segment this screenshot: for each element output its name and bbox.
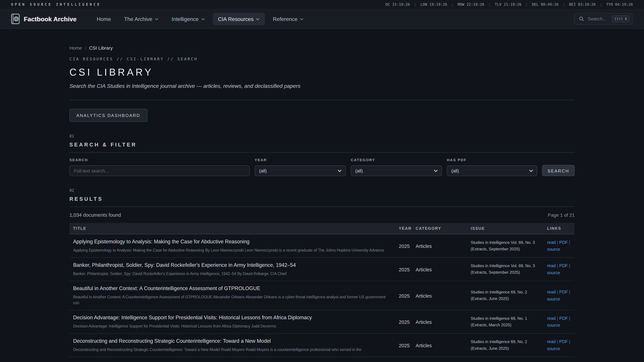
row-snippet: Banker, Philantropist, Soldier, Spy: Dav…	[73, 271, 392, 277]
source-link[interactable]: source	[547, 247, 560, 252]
category-cell: Articles	[416, 281, 470, 310]
row-category: Articles	[416, 243, 432, 249]
links-cell: read | PDF | source	[547, 234, 574, 258]
nav-item-the-archive[interactable]: The Archive	[119, 12, 164, 25]
breadcrumb: Home / CSI Library	[70, 45, 574, 50]
chevron-down-icon	[201, 18, 205, 21]
read-link[interactable]: read	[547, 316, 556, 320]
issue-line: Studies in Intelligence 69, No. 1	[471, 315, 544, 322]
row-category: Articles	[416, 293, 432, 299]
link-separator: |	[569, 289, 570, 294]
navbar: Factbook Archive Home The Archive Intell…	[0, 9, 644, 29]
nav-item-reference[interactable]: Reference	[268, 12, 309, 25]
clock-separator: |	[600, 2, 602, 6]
row-year: 2025	[399, 343, 410, 348]
issue-line: Studies in Intelligence Vol. 69, No. 3	[471, 239, 544, 246]
chevron-down-icon	[434, 169, 438, 172]
page-title: CSI LIBRARY	[70, 66, 574, 78]
column-header-title: TITLE	[70, 223, 399, 234]
row-snippet: Deconstructing and Reconstructing Strate…	[73, 347, 392, 353]
read-link[interactable]: read	[547, 240, 556, 244]
read-link[interactable]: read	[547, 289, 556, 294]
results-section-heading: RESULTS	[70, 196, 574, 202]
source-link[interactable]: source	[547, 323, 560, 327]
page-indicator: Page 1 of 21	[548, 213, 574, 218]
year-cell: 2025	[399, 333, 416, 357]
filter-section-heading: SEARCH & FILTER	[70, 142, 574, 148]
filter-row: SEARCH YEAR (all) CATEGORY (all) HAS PDF	[70, 158, 574, 176]
read-link[interactable]: read	[547, 263, 556, 268]
page: OPEN SOURCE INTELLIGENCE DC 15:19:26|LON…	[0, 0, 644, 362]
category-select[interactable]: (all)	[351, 165, 442, 176]
title-cell: Banker, Philanthropist, Soldier, Spy: Da…	[70, 258, 399, 281]
column-header-category: CATEGORY	[416, 223, 470, 234]
haspdf-select[interactable]: (all)	[447, 165, 537, 176]
year-cell: 2025	[399, 234, 416, 258]
filter-section-divider	[70, 152, 574, 153]
row-snippet: Beautiful in Another Context: A Counteri…	[73, 295, 392, 306]
category-cell: Articles	[416, 310, 470, 334]
chevron-down-icon	[338, 169, 342, 172]
year-select[interactable]: (all)	[254, 165, 346, 176]
results-section-divider	[70, 206, 574, 207]
chevron-down-icon	[300, 18, 304, 21]
clock-separator: |	[488, 2, 490, 6]
pdf-link[interactable]: PDF	[559, 339, 568, 344]
row-links: read | PDF | source	[547, 315, 571, 329]
clock-bei: BEI 03:19:26	[569, 2, 596, 6]
source-link[interactable]: source	[547, 270, 560, 275]
row-issue: Studies in Intelligence Vol. 69, No. 3(E…	[471, 263, 544, 276]
link-separator: |	[569, 263, 570, 268]
analytics-dashboard-button[interactable]: ANALYTICS DASHBOARD	[70, 109, 147, 122]
clock-tlv: TLV 21:19:26	[495, 2, 522, 6]
row-year: 2025	[399, 293, 410, 299]
chevron-down-icon	[256, 18, 260, 21]
topbar-brand-text: OPEN SOURCE INTELLIGENCE	[11, 2, 101, 6]
link-separator: |	[557, 240, 558, 244]
nav-item-intelligence[interactable]: Intelligence	[166, 12, 210, 25]
links-cell: read | PDF | source	[547, 310, 574, 334]
pdf-link[interactable]: PDF	[559, 263, 568, 268]
links-cell: read | PDF | source	[547, 333, 574, 357]
brand-link[interactable]: Factbook Archive	[11, 13, 77, 24]
year-cell: 2025	[399, 357, 416, 362]
fulltext-search-input[interactable]	[70, 165, 250, 176]
links-cell: read | PDF | source	[547, 258, 574, 281]
pdf-link[interactable]: PDF	[559, 289, 568, 294]
issue-line: (Extracts, September 2025)	[471, 246, 544, 252]
global-search-button[interactable]: Search... Ctrl K	[574, 13, 633, 25]
search-submit-button[interactable]: SEARCH	[542, 165, 574, 176]
clock-tyo: TYO 04:19:26	[606, 2, 633, 6]
breadcrumb-current: CSI Library	[89, 45, 113, 50]
row-links: read | PDF | source	[547, 262, 571, 276]
nav-item-cia-resources[interactable]: CIA Resources	[213, 12, 265, 25]
issue-line: (Extracts, June 2025)	[471, 296, 544, 302]
pdf-link[interactable]: PDF	[559, 240, 568, 244]
row-title: Applying Epistemology to Analysis: Makin…	[73, 239, 392, 245]
link-separator: |	[569, 240, 570, 244]
row-year: 2025	[399, 243, 410, 249]
link-separator: |	[557, 263, 558, 268]
table-row: Banker, Philanthropist, Soldier, Spy: Da…	[70, 258, 574, 281]
source-link[interactable]: source	[547, 296, 560, 301]
read-link[interactable]: read	[547, 339, 556, 344]
link-separator: |	[557, 289, 558, 294]
breadcrumb-home-link[interactable]: Home	[70, 45, 82, 50]
issue-line: (Extracts, June 2025)	[471, 345, 544, 352]
nav-item-home[interactable]: Home	[92, 12, 116, 25]
nav-item-label: Home	[97, 16, 111, 22]
table-row: Beautiful in Another Context: A Counteri…	[70, 281, 574, 310]
category-cell: Articles	[416, 357, 470, 362]
issue-line: (Extracts, March 2025)	[471, 322, 544, 328]
row-title: Decision Advantage: Intelligence Support…	[73, 314, 392, 321]
pdf-link[interactable]: PDF	[559, 316, 568, 320]
links-cell: read | PDF | source	[547, 281, 574, 310]
nav-item-label: Reference	[273, 16, 298, 22]
title-cell: Deconstructing and Reconstructing Strate…	[70, 333, 399, 357]
haspdf-field: HAS PDF (all)	[447, 158, 537, 176]
row-issue: Studies in Intelligence 69, No. 2(Extrac…	[471, 339, 544, 352]
source-link[interactable]: source	[547, 346, 560, 351]
column-header-year: YEAR	[399, 223, 416, 234]
results-table-body: Applying Epistemology to Analysis: Makin…	[70, 234, 574, 362]
title-cell: Edwin Land's Cold War Intelligence Legac…	[70, 357, 399, 362]
